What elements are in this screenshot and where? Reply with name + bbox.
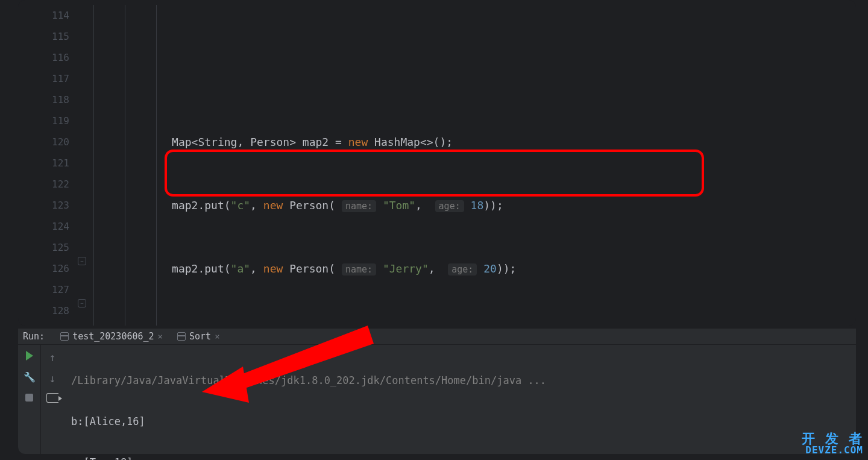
- line-number: 122: [18, 174, 69, 195]
- code-line-117[interactable]: map2.put("b", new Person( name: "Alice",…: [93, 321, 856, 326]
- line-number: 128: [18, 300, 69, 321]
- close-icon[interactable]: ×: [158, 332, 163, 341]
- line-number: 119: [18, 110, 69, 131]
- run-label: Run:: [23, 331, 45, 342]
- run-tab-label: test_20230606_2: [72, 331, 154, 342]
- line-number: 127: [18, 279, 69, 300]
- run-tab-sort[interactable]: Sort ×: [172, 329, 225, 344]
- down-arrow-icon[interactable]: ↓: [49, 372, 56, 385]
- line-number: 117: [18, 68, 69, 89]
- line-number: 115: [18, 26, 69, 47]
- line-number: 124: [18, 216, 69, 237]
- line-number: 114: [18, 5, 69, 26]
- watermark: 开 发 者 DEVZE.COM: [802, 432, 864, 455]
- line-number: 120: [18, 131, 69, 153]
- watermark-url: DEVZE.COM: [802, 446, 864, 455]
- line-number: 116: [18, 47, 69, 68]
- fold-marker-icon[interactable]: −: [78, 257, 86, 265]
- up-arrow-icon[interactable]: ↑: [49, 351, 56, 364]
- run-tab-label: Sort: [189, 331, 211, 342]
- run-config-icon: [60, 332, 69, 341]
- console-line: c:[Tom,18]: [71, 452, 849, 460]
- editor-panel: 114 115 116 117 118 119 120 121 122 123 …: [18, 0, 856, 326]
- line-number: 118: [18, 89, 69, 110]
- run-tabs-bar: Run: test_20230606_2 × Sort ×: [18, 329, 856, 345]
- console-nav-toolbar: ↑ ↓: [41, 345, 64, 460]
- code-area[interactable]: 114 115 116 117 118 119 120 121 122 123 …: [18, 0, 856, 326]
- console-line: /Library/Java/JavaVirtualMachines/jdk1.8…: [71, 370, 849, 391]
- watermark-text: 开 发 者: [802, 432, 864, 446]
- stop-button[interactable]: [25, 394, 33, 402]
- console-line: b:[Alice,16]: [71, 411, 849, 432]
- code-line-116[interactable]: map2.put("a", new Person( name: "Jerry",…: [93, 258, 856, 279]
- line-number: 126: [18, 258, 69, 279]
- line-number: 125: [18, 237, 69, 258]
- line-number: 121: [18, 153, 69, 174]
- run-tab-test[interactable]: test_20230606_2 ×: [55, 329, 168, 344]
- run-config-icon: [177, 332, 186, 341]
- code-line-115[interactable]: map2.put("c", new Person( name: "Tom", a…: [93, 195, 856, 216]
- soft-wrap-icon[interactable]: [46, 393, 58, 403]
- fold-marker-icon[interactable]: −: [78, 299, 86, 307]
- code-line-114[interactable]: Map<String, Person> map2 = new HashMap<>…: [93, 131, 856, 153]
- run-tool-window: Run: test_20230606_2 × Sort × 🔧 ↑ ↓ /Lib…: [18, 329, 856, 454]
- highlight-box-annotation: [165, 150, 704, 197]
- console-output[interactable]: /Library/Java/JavaVirtualMachines/jdk1.8…: [64, 345, 856, 460]
- run-vertical-toolbar: 🔧: [18, 345, 41, 460]
- settings-button[interactable]: 🔧: [24, 371, 36, 383]
- line-number: 123: [18, 195, 69, 216]
- code-content[interactable]: Map<String, Person> map2 = new HashMap<>…: [87, 0, 856, 326]
- rerun-button[interactable]: [26, 351, 33, 361]
- run-body: 🔧 ↑ ↓ /Library/Java/JavaVirtualMachines/…: [18, 345, 856, 460]
- line-number-gutter: 114 115 116 117 118 119 120 121 122 123 …: [18, 0, 87, 326]
- close-icon[interactable]: ×: [215, 332, 219, 341]
